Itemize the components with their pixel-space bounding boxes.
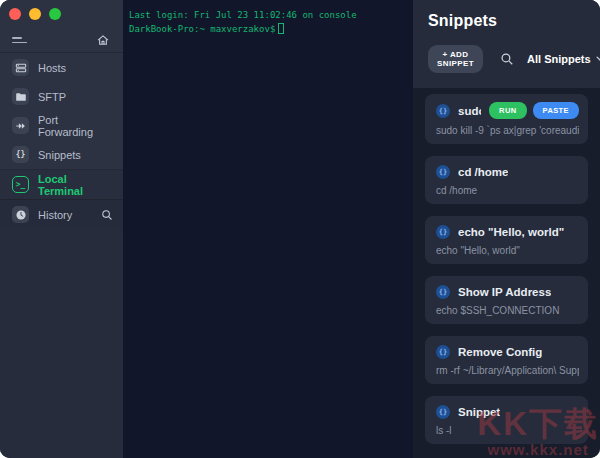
- sidebar-nav-bottom: >_ Local Terminal History: [0, 169, 123, 229]
- snippet-card[interactable]: {} Remove Config rm -rf ~/Library/Applic…: [425, 336, 588, 384]
- sidebar-item-sftp[interactable]: SFTP: [0, 82, 123, 111]
- panel-title: Snippets: [428, 12, 588, 30]
- filter-label: All Snippets: [527, 53, 591, 65]
- panel-controls: + ADD SNIPPET All Snippets: [428, 45, 588, 73]
- braces-icon: {}: [12, 146, 29, 163]
- home-icon[interactable]: [96, 33, 110, 47]
- watermark-url: www.kkx.net: [477, 442, 599, 457]
- snippet-card[interactable]: {} sudo kill ... RUNPASTE sudo kill -9 `…: [425, 94, 588, 144]
- terminal-cursor: [278, 23, 284, 34]
- snippet-title: echo "Hello, world": [458, 226, 564, 238]
- snippet-title: cd /home: [458, 166, 508, 178]
- snippet-card[interactable]: {} cd /home cd /home: [425, 156, 588, 204]
- snippet-command: ls -l: [436, 425, 579, 436]
- snippet-card[interactable]: {} Show IP Address echo $SSH_CONNECTION: [425, 276, 588, 324]
- sidebar-item-label: SFTP: [38, 91, 66, 103]
- snippet-command: cd /home: [436, 185, 579, 196]
- search-icon[interactable]: [500, 52, 514, 66]
- hosts-icon: [12, 59, 29, 76]
- snippet-card[interactable]: {} Snippet ls -l: [425, 396, 588, 444]
- terminal-icon: >_: [12, 176, 29, 193]
- menu-icon[interactable]: [12, 37, 27, 43]
- sidebar-item-local-terminal[interactable]: >_ Local Terminal: [0, 169, 123, 199]
- paste-button[interactable]: PASTE: [533, 102, 579, 119]
- run-button[interactable]: RUN: [489, 102, 526, 119]
- snippet-title: Remove Config: [458, 346, 542, 358]
- snippets-list: {} sudo kill ... RUNPASTE sudo kill -9 `…: [413, 88, 600, 444]
- snippet-icon: {}: [436, 165, 450, 179]
- snippet-icon: {}: [436, 345, 450, 359]
- snippet-command: rm -rf ~/Library/Application\ Suppor...: [436, 365, 579, 376]
- sidebar-item-snippets[interactable]: {} Snippets: [0, 140, 123, 169]
- snippet-icon: {}: [436, 104, 450, 118]
- snippet-command: sudo kill -9 `ps ax|grep 'coreaudio[a-z.…: [436, 125, 579, 136]
- sidebar-item-label: Port Forwarding: [38, 114, 113, 138]
- terminal-area[interactable]: Last login: Fri Jul 23 11:02:46 on conso…: [123, 0, 413, 458]
- sidebar-item-label: Snippets: [38, 149, 81, 161]
- snippet-title: Show IP Address: [458, 286, 551, 298]
- snippets-panel: Snippets + ADD SNIPPET All Snippets {} s…: [413, 0, 600, 458]
- snippets-filter-dropdown[interactable]: All Snippets: [527, 53, 600, 65]
- sidebar-header: [0, 28, 123, 53]
- sidebar-item-history[interactable]: History: [0, 199, 123, 229]
- snippet-title: sudo kill ...: [458, 105, 481, 117]
- snippet-icon: {}: [436, 285, 450, 299]
- terminal-prompt: DarkBook-Pro:~ maxverzakov$: [129, 22, 409, 36]
- app-window: Hosts SFTP Port Forwarding {} Snippets >…: [0, 0, 600, 458]
- sidebar-item-label: Local Terminal: [38, 173, 113, 197]
- snippet-command: echo $SSH_CONNECTION: [436, 305, 579, 316]
- snippet-card[interactable]: {} echo "Hello, world" echo "Hello, worl…: [425, 216, 588, 264]
- history-icon: [12, 206, 29, 223]
- sidebar-filler: [0, 229, 123, 458]
- titlebar: [0, 0, 123, 28]
- add-snippet-button[interactable]: + ADD SNIPPET: [428, 45, 483, 73]
- sidebar-item-hosts[interactable]: Hosts: [0, 53, 123, 82]
- sidebar-item-label: Hosts: [38, 62, 66, 74]
- sidebar-nav-top: Hosts SFTP Port Forwarding {} Snippets: [0, 53, 123, 169]
- close-button[interactable]: [9, 8, 21, 20]
- search-icon[interactable]: [101, 209, 113, 221]
- snippets-panel-header: Snippets + ADD SNIPPET All Snippets: [413, 0, 600, 88]
- sidebar-item-label: History: [38, 209, 72, 221]
- snippet-icon: {}: [436, 405, 450, 419]
- zoom-button[interactable]: [49, 8, 61, 20]
- folder-icon: [12, 88, 29, 105]
- snippet-icon: {}: [436, 225, 450, 239]
- minimize-button[interactable]: [29, 8, 41, 20]
- sidebar-item-port-forwarding[interactable]: Port Forwarding: [0, 111, 123, 140]
- sidebar: Hosts SFTP Port Forwarding {} Snippets >…: [0, 0, 123, 458]
- port-forwarding-icon: [12, 117, 29, 134]
- snippet-title: Snippet: [458, 406, 500, 418]
- snippet-command: echo "Hello, world": [436, 245, 579, 256]
- chevron-down-icon: [596, 56, 600, 62]
- terminal-line: Last login: Fri Jul 23 11:02:46 on conso…: [129, 8, 409, 22]
